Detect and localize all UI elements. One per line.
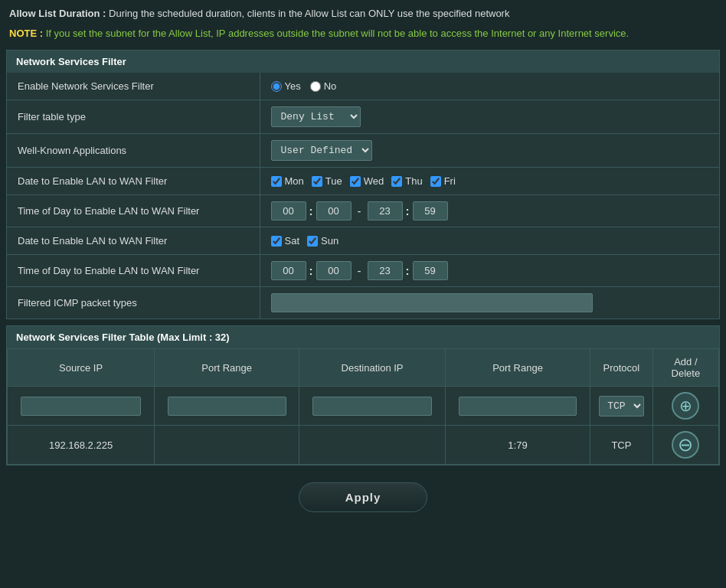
protocol-select-cell: TCP UDP BOTH xyxy=(590,387,653,426)
port-range1-input[interactable] xyxy=(168,397,286,416)
enable-yes-text: Yes xyxy=(285,80,301,92)
add-button-cell: ⊕ xyxy=(652,387,718,426)
filtered-icmp-value xyxy=(260,287,719,319)
col-protocol: Protocol xyxy=(590,349,653,387)
filter-table-type-row: Filter table type Deny List Allow List xyxy=(7,100,719,134)
filtered-icmp-row: Filtered ICMP packet types xyxy=(7,287,719,319)
enable-no-label[interactable]: No xyxy=(310,80,337,92)
sun-checkbox[interactable] xyxy=(307,236,318,247)
delete-button-cell: ⊖ xyxy=(652,426,718,465)
date-enable-lan1-value: Mon Tue Wed Thu Fri xyxy=(260,168,719,195)
mon-checkbox[interactable] xyxy=(271,176,282,187)
network-services-form-table: Enable Network Services Filter Yes No xyxy=(7,73,719,318)
time1-dash: - xyxy=(358,204,361,217)
protocol-select[interactable]: TCP UDP BOTH xyxy=(599,396,643,416)
col-port-range-1: Port Range xyxy=(155,349,299,387)
date-enable-lan2-label: Date to Enable LAN to WAN Filter xyxy=(7,227,260,255)
well-known-apps-row: Well-Known Applications User Defined HTT… xyxy=(7,134,719,168)
port-range1-input-cell xyxy=(155,387,299,426)
port-range2-input-cell xyxy=(446,387,590,426)
sun-label[interactable]: Sun xyxy=(307,235,338,247)
time1-colon1: : xyxy=(309,204,313,217)
col-source-ip: Source IP xyxy=(8,349,155,387)
time-of-day2-label: Time of Day to Enable LAN to WAN Filter xyxy=(7,255,260,287)
source-ip-input[interactable] xyxy=(21,397,142,416)
sat-checkbox[interactable] xyxy=(271,236,282,247)
source-ip-input-cell xyxy=(8,387,155,426)
apply-row: Apply xyxy=(0,472,726,523)
enable-filter-value: Yes No xyxy=(260,73,719,100)
time-of-day2-value: : - : xyxy=(260,255,719,287)
enable-yes-radio[interactable] xyxy=(271,81,282,92)
date-enable-lan1-row: Date to Enable LAN to WAN Filter Mon Tue… xyxy=(7,168,719,195)
enable-filter-row: Enable Network Services Filter Yes No xyxy=(7,73,719,100)
tue-label[interactable]: Tue xyxy=(312,175,342,187)
note-label: NOTE : xyxy=(9,28,43,39)
note-text: If you set the subnet for the Allow List… xyxy=(46,28,629,39)
data-port-range2: 1:79 xyxy=(446,426,590,465)
dest-ip-input-cell xyxy=(299,387,446,426)
mon-label[interactable]: Mon xyxy=(271,175,304,187)
thu-label[interactable]: Thu xyxy=(391,175,422,187)
time1-end-min[interactable] xyxy=(413,201,448,220)
data-port-range1 xyxy=(155,426,299,465)
port-range2-input[interactable] xyxy=(459,397,577,416)
time1-start-hour[interactable] xyxy=(271,201,306,220)
enable-yes-label[interactable]: Yes xyxy=(271,80,301,92)
time-of-day1-row: Time of Day to Enable LAN to WAN Filter … xyxy=(7,195,719,227)
delete-rule-button[interactable]: ⊖ xyxy=(672,431,699,459)
allow-list-duration-label: Allow List Duration : xyxy=(9,8,106,19)
filtered-icmp-input[interactable] xyxy=(271,293,593,312)
time2-start-min[interactable] xyxy=(316,261,352,280)
time2-colon2: : xyxy=(406,264,410,277)
col-dest-ip: Destination IP xyxy=(299,349,446,387)
date-enable-lan1-label: Date to Enable LAN to WAN Filter xyxy=(7,168,260,195)
sat-label[interactable]: Sat xyxy=(271,235,300,247)
data-dest-ip xyxy=(299,426,446,465)
data-source-ip: 192.168.2.225 xyxy=(8,426,155,465)
time2-end-min[interactable] xyxy=(413,261,448,280)
dest-ip-input[interactable] xyxy=(312,397,432,416)
data-protocol: TCP xyxy=(590,426,653,465)
enable-no-radio[interactable] xyxy=(310,81,321,92)
time2-colon1: : xyxy=(309,264,313,277)
allow-list-duration-text: During the scheduled duration, clients i… xyxy=(109,8,509,19)
time2-start-hour[interactable] xyxy=(271,261,306,280)
date-enable-lan2-value: Sat Sun xyxy=(260,227,719,255)
filter-table-section: Network Services Filter Table (Max Limit… xyxy=(6,325,720,466)
col-add-delete: Add / Delete xyxy=(652,349,718,387)
network-services-filter-section: Network Services Filter Enable Network S… xyxy=(6,50,720,319)
well-known-apps-label: Well-Known Applications xyxy=(7,134,260,168)
well-known-apps-value: User Defined HTTP FTP SMTP POP3 xyxy=(260,134,719,168)
apply-button[interactable]: Apply xyxy=(299,482,428,512)
time1-colon2: : xyxy=(406,204,410,217)
filter-table-header-row: Source IP Port Range Destination IP Port… xyxy=(8,349,719,387)
enable-filter-label: Enable Network Services Filter xyxy=(7,73,260,100)
date-enable-lan2-row: Date to Enable LAN to WAN Filter Sat Sun xyxy=(7,227,719,255)
filter-table-header: Network Services Filter Table (Max Limit… xyxy=(7,326,719,348)
network-services-filter-header: Network Services Filter xyxy=(7,51,719,73)
enable-no-text: No xyxy=(324,80,337,92)
time1-start-min[interactable] xyxy=(316,201,352,220)
thu-checkbox[interactable] xyxy=(391,176,402,187)
filter-table-type-label: Filter table type xyxy=(7,100,260,134)
time2-end-hour[interactable] xyxy=(368,261,403,280)
time1-end-hour[interactable] xyxy=(368,201,403,220)
fri-label[interactable]: Fri xyxy=(430,175,456,187)
filter-table-type-value: Deny List Allow List xyxy=(260,100,719,134)
add-rule-button[interactable]: ⊕ xyxy=(672,392,699,420)
time2-dash: - xyxy=(358,264,361,277)
tue-checkbox[interactable] xyxy=(312,176,322,187)
filtered-icmp-label: Filtered ICMP packet types xyxy=(7,287,260,319)
filter-table-type-select[interactable]: Deny List Allow List xyxy=(271,106,361,127)
filter-table: Source IP Port Range Destination IP Port… xyxy=(7,348,719,465)
time-of-day1-label: Time of Day to Enable LAN to WAN Filter xyxy=(7,195,260,227)
top-note: Allow List Duration : During the schedul… xyxy=(0,0,726,44)
wed-label[interactable]: Wed xyxy=(350,175,384,187)
wed-checkbox[interactable] xyxy=(350,176,361,187)
fri-checkbox[interactable] xyxy=(430,176,441,187)
well-known-apps-select[interactable]: User Defined HTTP FTP SMTP POP3 xyxy=(271,140,372,161)
table-row: 192.168.2.225 1:79 TCP ⊖ xyxy=(8,426,719,465)
filter-table-input-row: TCP UDP BOTH ⊕ xyxy=(8,387,719,426)
time-of-day2-row: Time of Day to Enable LAN to WAN Filter … xyxy=(7,255,719,287)
